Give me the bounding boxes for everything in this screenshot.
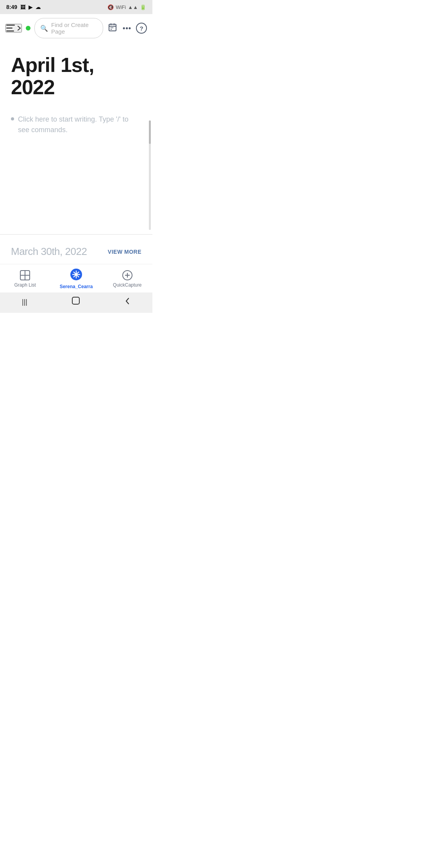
photo-icon: 🖼 <box>20 4 25 10</box>
status-right-icons: 🔇 WiFi ▲▲ 🔋 <box>107 4 146 10</box>
search-placeholder: Find or Create Page <box>51 22 97 35</box>
nav-item-serena-cearra[interactable]: Serena_Cearra <box>60 268 93 289</box>
svg-point-18 <box>75 273 77 276</box>
placeholder-text: Click here to start writing. Type '/' to… <box>18 114 141 135</box>
svg-rect-22 <box>72 297 79 304</box>
scrollbar-thumb <box>149 120 151 144</box>
android-back-button[interactable] <box>124 296 131 308</box>
top-bar-actions: ••• ? <box>107 22 147 35</box>
nav-label-graph-list: Graph List <box>14 282 36 288</box>
linked-pages-section: March 30th, 2022 VIEW MORE <box>0 235 152 264</box>
android-nav: ||| <box>0 292 152 313</box>
scrollbar-track[interactable] <box>149 120 151 230</box>
svg-rect-0 <box>6 25 15 26</box>
editor-placeholder[interactable]: Click here to start writing. Type '/' to… <box>11 113 141 137</box>
svg-rect-2 <box>6 30 14 32</box>
main-content: April 1st, 2022 Click here to start writ… <box>0 42 152 234</box>
quick-capture-icon <box>122 270 133 281</box>
serena-cearra-icon <box>70 268 82 282</box>
more-options-button[interactable]: ••• <box>122 23 132 33</box>
status-time: 8:49 🖼 ▶ ☁ <box>6 4 41 10</box>
signal-icon: ▲▲ <box>128 4 138 10</box>
linked-page-date[interactable]: March 30th, 2022 <box>11 246 87 258</box>
page-title[interactable]: April 1st, 2022 <box>11 54 141 99</box>
android-recent-button[interactable]: ||| <box>22 298 27 306</box>
nav-label-quick-capture: QuickCapture <box>113 282 141 288</box>
nav-item-graph-list[interactable]: Graph List <box>9 270 41 288</box>
time-display: 8:49 <box>6 4 17 10</box>
svg-rect-8 <box>112 27 113 28</box>
svg-rect-7 <box>111 27 112 28</box>
cloud-icon: ☁ <box>36 4 41 10</box>
battery-icon: 🔋 <box>140 4 146 10</box>
more-dots-label: ••• <box>123 24 131 32</box>
wifi-icon: WiFi <box>116 4 126 10</box>
help-label: ? <box>139 25 143 32</box>
top-bar: 🔍 Find or Create Page ••• ? <box>0 14 152 42</box>
drawer-button[interactable] <box>5 24 22 32</box>
calendar-button[interactable] <box>107 22 118 35</box>
mute-icon: 🔇 <box>107 4 114 10</box>
play-icon: ▶ <box>29 4 32 10</box>
nav-label-serena-cearra: Serena_Cearra <box>60 284 93 289</box>
online-status-dot <box>26 26 30 30</box>
search-icon: 🔍 <box>40 25 48 32</box>
bullet-dot <box>11 117 14 120</box>
linked-pages-row: March 30th, 2022 VIEW MORE <box>11 246 141 258</box>
help-button[interactable]: ? <box>136 23 147 34</box>
recent-label: ||| <box>22 298 27 306</box>
status-bar: 8:49 🖼 ▶ ☁ 🔇 WiFi ▲▲ 🔋 <box>0 0 152 14</box>
svg-rect-9 <box>111 29 112 30</box>
graph-list-icon <box>20 270 30 281</box>
view-more-button[interactable]: VIEW MORE <box>108 249 141 255</box>
search-bar[interactable]: 🔍 Find or Create Page <box>34 18 103 38</box>
nav-item-quick-capture[interactable]: QuickCapture <box>112 270 143 288</box>
svg-rect-1 <box>6 28 13 29</box>
bottom-nav: Graph List Serena_Cearra QuickCapture <box>0 264 152 292</box>
android-home-button[interactable] <box>71 296 80 308</box>
